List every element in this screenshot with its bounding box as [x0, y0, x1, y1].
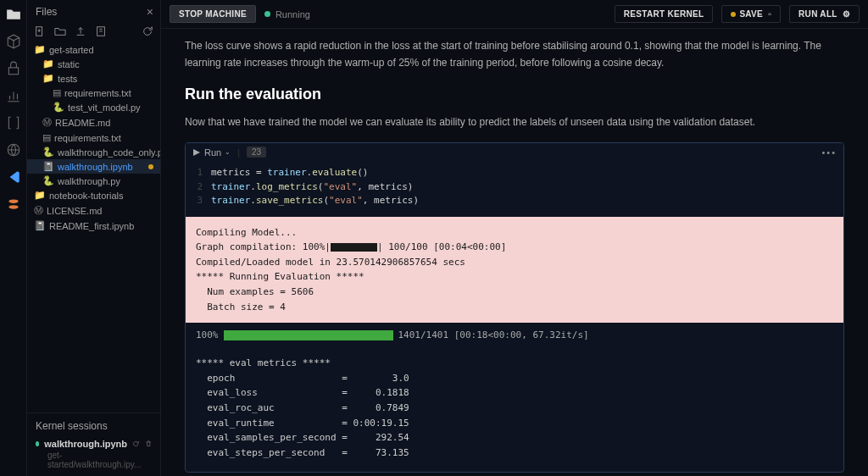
file-readme[interactable]: ⓂREADME.md [27, 114, 160, 130]
files-tab-icon[interactable] [6, 7, 21, 22]
file-test-vit[interactable]: 🐍test_vit_model.py [27, 100, 160, 114]
sidebar: Files × 📁get-started 📁static 📁tests ▤req… [27, 0, 161, 476]
kernel-status-dot-icon [36, 441, 39, 446]
paragraph: Now that we have trained the model we ca… [185, 113, 844, 130]
code-cell[interactable]: Run ⌄ | 23 ••• 1metrics = trainer.evalua… [185, 142, 844, 473]
activity-bar [0, 0, 27, 476]
new-folder-icon[interactable] [54, 25, 66, 37]
lock-icon[interactable] [6, 61, 21, 76]
restart-kernel-button[interactable]: RESTART KERNEL [615, 5, 714, 23]
notebook-content[interactable]: The loss curve shows a rapid reduction i… [161, 29, 868, 476]
cell-toolbar: Run ⌄ | 23 ••• [186, 143, 843, 161]
svg-point-3 [8, 205, 18, 209]
new-file-icon[interactable] [34, 25, 46, 37]
file-walkthrough-ipynb[interactable]: 📓walkthrough.ipynb [27, 159, 160, 174]
output-progress: 100% 1401/1401 [00:18<00:00, 67.32it/s] [186, 323, 843, 347]
file-license[interactable]: ⓂLICENSE.md [27, 202, 160, 219]
output-metrics: ***** eval metrics ***** epoch = 3.0 eva… [186, 347, 843, 472]
main: STOP MACHINE Running RESTART KERNEL SAVE… [161, 0, 868, 476]
run-cell-button[interactable]: Run ⌄ [192, 147, 231, 158]
file-requirements-2[interactable]: ▤requirements.txt [27, 130, 160, 145]
file-tree: 📁get-started 📁static 📁tests ▤requirement… [27, 41, 160, 412]
code-editor[interactable]: 1metrics = trainer.evaluate() 2trainer.l… [186, 161, 843, 217]
machine-status: Running [264, 9, 310, 19]
kernel-header: Kernel sessions [36, 420, 152, 432]
folder-static[interactable]: 📁static [27, 57, 160, 71]
cell-menu-icon[interactable]: ••• [821, 147, 837, 158]
kernel-path: get-started/walkthrough.ipy... [36, 451, 152, 469]
file-readme-first[interactable]: 📓README_first.ipynb [27, 219, 160, 233]
kernel-refresh-icon[interactable] [132, 439, 139, 449]
stop-machine-button[interactable]: STOP MACHINE [170, 5, 256, 23]
unsaved-dot-icon [148, 164, 153, 169]
refresh-icon[interactable] [142, 25, 153, 37]
new-notebook-icon[interactable] [95, 25, 107, 37]
sidebar-title: Files [36, 6, 147, 18]
folder-get-started[interactable]: 📁get-started [27, 42, 160, 57]
brackets-icon[interactable] [6, 115, 21, 130]
svg-rect-0 [8, 68, 18, 75]
execution-count: 23 [247, 147, 266, 158]
upload-icon[interactable] [75, 25, 86, 37]
file-walkthrough-code-only[interactable]: 🐍walkthrough_code_only.py [27, 145, 160, 159]
chart-icon[interactable] [6, 88, 21, 103]
file-walkthrough-py[interactable]: 🐍walkthrough.py [27, 174, 160, 188]
folder-notebook-tutorials[interactable]: 📁notebook-tutorials [27, 188, 160, 202]
file-requirements-1[interactable]: ▤requirements.txt [27, 86, 160, 100]
cube-icon[interactable] [6, 34, 21, 49]
running-dot-icon [264, 11, 270, 17]
topbar: STOP MACHINE Running RESTART KERNEL SAVE… [161, 0, 868, 29]
section-heading: Run the evaluation [185, 86, 844, 103]
save-button[interactable]: SAVE ▫ [721, 5, 781, 23]
progress-bar [224, 330, 393, 340]
folder-tests[interactable]: 📁tests [27, 71, 160, 86]
run-all-button[interactable]: RUN ALL ⚙ [789, 5, 860, 23]
kernel-sessions: Kernel sessions walkthrough.ipynb get-st… [27, 412, 160, 476]
paragraph: The loss curve shows a rapid reduction i… [185, 37, 844, 72]
close-icon[interactable]: × [147, 5, 153, 19]
vscode-icon[interactable] [6, 169, 21, 185]
globe-icon[interactable] [6, 142, 21, 158]
jupyter-icon[interactable] [6, 196, 21, 212]
kernel-item[interactable]: walkthrough.ipynb [36, 439, 152, 449]
kernel-trash-icon[interactable] [145, 439, 152, 449]
output-compile: Compiling Model... Graph compilation: 10… [186, 217, 843, 324]
svg-point-2 [8, 199, 18, 203]
